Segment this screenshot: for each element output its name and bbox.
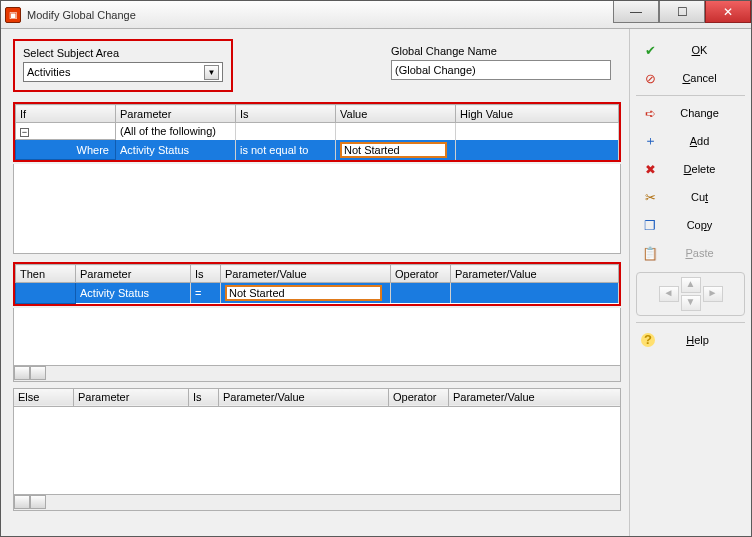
col-is[interactable]: Is [189,388,219,406]
table-row[interactable]: − (All of the following) [16,123,619,140]
scroll-left-icon[interactable] [14,366,30,380]
arrow-up-button[interactable]: ▲ [681,277,701,293]
cell-high-value[interactable] [456,140,619,160]
then-body-area[interactable] [13,308,621,366]
col-is[interactable]: Is [191,265,221,283]
scroll-thumb[interactable] [30,366,46,380]
cancel-icon: ⊘ [641,71,659,86]
scroll-thumb[interactable] [30,495,46,509]
ok-button[interactable]: ✔ OOKK [636,37,745,63]
row-label: Where [16,140,116,160]
col-is[interactable]: Is [236,105,336,123]
then-header-row: Then [16,265,76,283]
else-scrollbar[interactable] [13,495,621,511]
cell-parameter[interactable]: Activity Status [116,140,236,160]
close-button[interactable]: ✕ [705,1,751,23]
col-pv2[interactable]: Parameter/Value [451,265,619,283]
subject-area-dropdown[interactable]: Activities ▼ [23,62,223,82]
subject-area-group: Select Subject Area Activities ▼ [13,39,233,92]
collapse-icon[interactable]: − [20,128,29,137]
col-operator[interactable]: Operator [389,388,449,406]
col-value[interactable]: Value [336,105,456,123]
change-icon: ➪ [641,106,659,121]
scroll-left-icon[interactable] [14,495,30,509]
minimize-button[interactable]: — [613,1,659,23]
row-label [16,283,76,304]
col-operator[interactable]: Operator [391,265,451,283]
table-row[interactable]: Where Activity Status is not equal to No… [16,140,619,160]
col-pv1[interactable]: Parameter/Value [221,265,391,283]
col-pv1[interactable]: Parameter/Value [219,388,389,406]
if-grid[interactable]: If Parameter Is Value High Value − (All … [15,104,619,160]
col-parameter[interactable]: Parameter [74,388,189,406]
cell-value[interactable]: Not Started [336,140,456,160]
col-pv2[interactable]: Parameter/Value [449,388,621,406]
if-section: If Parameter Is Value High Value − (All … [13,102,621,162]
modify-global-change-dialog: ▣ Modify Global Change — ☐ ✕ Select Subj… [0,0,752,537]
paste-button[interactable]: 📋 Paste [636,240,745,266]
help-icon: ? [641,333,655,347]
else-body-area[interactable] [13,407,621,495]
cell-operator[interactable] [391,283,451,304]
change-name-label: Global Change Name [391,45,611,57]
check-icon: ✔ [641,43,659,58]
else-grid[interactable]: Else Parameter Is Parameter/Value Operat… [13,388,621,407]
then-scrollbar[interactable] [13,366,621,382]
cell-pv2[interactable] [451,283,619,304]
copy-button[interactable]: ❐ Copy [636,212,745,238]
delete-button[interactable]: ✖ Delete [636,156,745,182]
plus-icon: ＋ [641,132,659,150]
help-button[interactable]: ? Help [636,327,745,353]
titlebar[interactable]: ▣ Modify Global Change — ☐ ✕ [1,1,751,29]
cell-pv1[interactable]: Not Started [221,283,391,304]
table-row[interactable]: Activity Status = Not Started [16,283,619,304]
arrow-left-button[interactable]: ◄ [659,286,679,302]
copy-icon: ❐ [641,218,659,233]
cell-is[interactable]: = [191,283,221,304]
paste-icon: 📋 [641,246,659,261]
cell-parameter[interactable]: Activity Status [76,283,191,304]
arrow-right-button[interactable]: ► [703,286,723,302]
window-title: Modify Global Change [27,9,136,21]
col-parameter[interactable]: Parameter [116,105,236,123]
chevron-down-icon[interactable]: ▼ [204,65,219,80]
change-name-group: Global Change Name [391,39,611,92]
cell-is[interactable]: is not equal to [236,140,336,160]
cut-button[interactable]: ✂ Cut [636,184,745,210]
if-header-row: If [16,105,116,123]
side-panel: ✔ OOKK ⊘ Cancel ➪ Change ＋ Add ✖ Delete … [629,29,751,536]
arrow-down-button[interactable]: ▼ [681,295,701,311]
col-parameter[interactable]: Parameter [76,265,191,283]
else-header-row: Else [14,388,74,406]
cancel-button[interactable]: ⊘ Cancel [636,65,745,91]
then-grid[interactable]: Then Parameter Is Parameter/Value Operat… [15,264,619,304]
subject-area-value: Activities [27,66,70,78]
app-icon: ▣ [5,7,21,23]
subject-area-label: Select Subject Area [23,47,223,59]
delete-icon: ✖ [641,162,659,177]
maximize-button[interactable]: ☐ [659,1,705,23]
scissors-icon: ✂ [641,190,659,205]
then-section: Then Parameter Is Parameter/Value Operat… [13,262,621,306]
change-name-input[interactable] [391,60,611,80]
if-body-area[interactable] [13,164,621,254]
change-button[interactable]: ➪ Change [636,100,745,126]
col-high-value[interactable]: High Value [456,105,619,123]
arrow-pad: ◄ ▲ ▼ ► [636,272,745,316]
add-button[interactable]: ＋ Add [636,128,745,154]
